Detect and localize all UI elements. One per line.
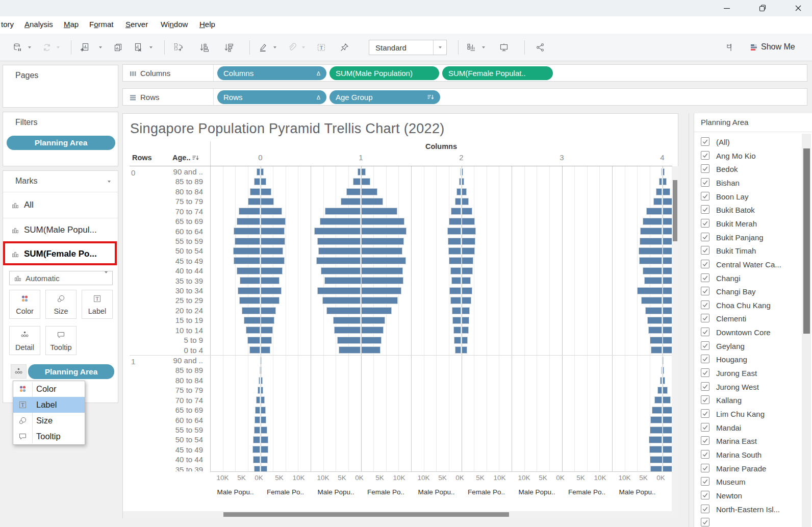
filter-item-changi-bay[interactable]: Changi Bay: [694, 285, 802, 298]
male-bar[interactable]: [254, 466, 261, 471]
encoding-detail-chip[interactable]: [11, 364, 27, 379]
male-bar[interactable]: [255, 407, 260, 414]
male-bar[interactable]: [324, 277, 361, 284]
male-bar[interactable]: [353, 178, 361, 185]
female-bar[interactable]: [361, 346, 380, 354]
checkbox[interactable]: [701, 205, 709, 214]
checkbox[interactable]: [701, 368, 709, 377]
female-bar[interactable]: [663, 168, 665, 175]
female-bar[interactable]: [663, 317, 673, 324]
female-bar[interactable]: [663, 337, 673, 344]
filter-item-jurong-west[interactable]: Jurong West: [694, 380, 802, 394]
female-bar[interactable]: [261, 466, 267, 471]
pill-columns[interactable]: ColumnsΔ: [217, 66, 326, 80]
show-me-button[interactable]: Show Me: [761, 42, 795, 52]
female-bar[interactable]: [261, 377, 263, 384]
female-bar[interactable]: [462, 267, 473, 274]
filter-item-boon-lay[interactable]: Boon Lay: [694, 190, 802, 204]
female-bar[interactable]: [663, 198, 673, 205]
male-bar[interactable]: [637, 287, 662, 294]
checkbox[interactable]: [701, 233, 709, 241]
highlight-icon[interactable]: [258, 43, 267, 52]
female-bar[interactable]: [361, 178, 371, 185]
pill-rows[interactable]: RowsΔ: [217, 90, 326, 104]
male-bar[interactable]: [247, 337, 261, 344]
female-bar[interactable]: [361, 247, 403, 255]
female-bar[interactable]: [663, 327, 673, 334]
checkbox[interactable]: [701, 505, 709, 513]
female-bar[interactable]: [261, 247, 283, 255]
male-bar[interactable]: [650, 456, 663, 463]
male-bar[interactable]: [233, 247, 260, 255]
male-bar[interactable]: [256, 396, 260, 404]
female-bar[interactable]: [663, 466, 673, 471]
checkbox[interactable]: [701, 477, 709, 486]
female-bar[interactable]: [462, 198, 469, 205]
female-bar[interactable]: [361, 168, 366, 175]
female-bar[interactable]: [462, 287, 473, 294]
female-bar[interactable]: [261, 307, 276, 314]
male-bar[interactable]: [341, 198, 361, 205]
menu-item-help[interactable]: Help: [199, 20, 215, 29]
minimize-button[interactable]: [723, 4, 731, 12]
male-bar[interactable]: [254, 178, 261, 185]
filter-item-bukit-panjang[interactable]: Bukit Panjang: [694, 231, 802, 244]
female-bar[interactable]: [663, 188, 671, 195]
filter-scroll-thumb[interactable]: [803, 148, 810, 334]
checkbox[interactable]: [701, 464, 709, 472]
male-bar[interactable]: [455, 346, 462, 354]
male-bar[interactable]: [649, 436, 663, 443]
male-bar[interactable]: [452, 317, 462, 324]
male-bar[interactable]: [337, 337, 361, 344]
male-bar[interactable]: [326, 307, 361, 314]
female-bar[interactable]: [261, 188, 272, 195]
female-bar[interactable]: [663, 357, 664, 364]
female-bar[interactable]: [261, 277, 280, 284]
male-bar[interactable]: [650, 466, 663, 471]
male-bar[interactable]: [449, 257, 462, 264]
male-bar[interactable]: [653, 198, 663, 205]
menu-item-server[interactable]: Server: [125, 20, 148, 29]
fit-mode-select[interactable]: Standard: [369, 40, 447, 55]
size-button[interactable]: Size: [45, 290, 77, 319]
female-bar[interactable]: [663, 257, 673, 264]
pill-sum-female-populat-[interactable]: SUM(Female Populat..: [442, 66, 553, 80]
male-bar[interactable]: [643, 218, 662, 225]
female-bar[interactable]: [462, 218, 475, 225]
female-bar[interactable]: [663, 346, 673, 354]
male-bar[interactable]: [249, 346, 261, 354]
male-bar[interactable]: [641, 297, 662, 304]
menu-item-window[interactable]: Window: [161, 20, 188, 29]
female-bar[interactable]: [462, 178, 465, 185]
male-bar[interactable]: [651, 346, 663, 354]
clear-sheet-caret[interactable]: [149, 46, 153, 48]
share-icon[interactable]: [536, 43, 545, 52]
male-bar[interactable]: [316, 257, 361, 264]
checkbox[interactable]: [701, 137, 709, 146]
male-bar[interactable]: [659, 178, 663, 185]
male-bar[interactable]: [449, 287, 462, 294]
female-bar[interactable]: [462, 327, 469, 334]
sort-ascending-icon[interactable]: [199, 43, 209, 52]
filter-item-lim-chu-kang[interactable]: Lim Chu Kang: [694, 407, 802, 421]
male-bar[interactable]: [640, 228, 662, 235]
male-bar[interactable]: [255, 416, 260, 423]
female-bar[interactable]: [261, 238, 285, 245]
checkbox[interactable]: [701, 300, 709, 309]
sort-descending-icon[interactable]: [224, 43, 233, 52]
filter-item-mandai[interactable]: Mandai: [694, 421, 802, 435]
checkbox[interactable]: [701, 518, 709, 526]
female-bar[interactable]: [462, 346, 468, 354]
male-bar[interactable]: [333, 317, 361, 324]
male-bar[interactable]: [639, 257, 662, 264]
chart-hscroll-thumb[interactable]: [223, 512, 509, 517]
mark-type-select[interactable]: Automatic: [9, 271, 113, 285]
female-bar[interactable]: [261, 178, 267, 185]
female-bar[interactable]: [663, 208, 673, 215]
female-bar[interactable]: [663, 247, 673, 255]
female-bar[interactable]: [261, 367, 262, 374]
filter-item-bukit-merah[interactable]: Bukit Merah: [694, 217, 802, 231]
checkbox[interactable]: [701, 341, 709, 350]
filter-item-bukit-batok[interactable]: Bukit Batok: [694, 203, 802, 217]
filter-item-north-eastern-isl-[interactable]: North-Eastern Isl...: [694, 503, 802, 516]
